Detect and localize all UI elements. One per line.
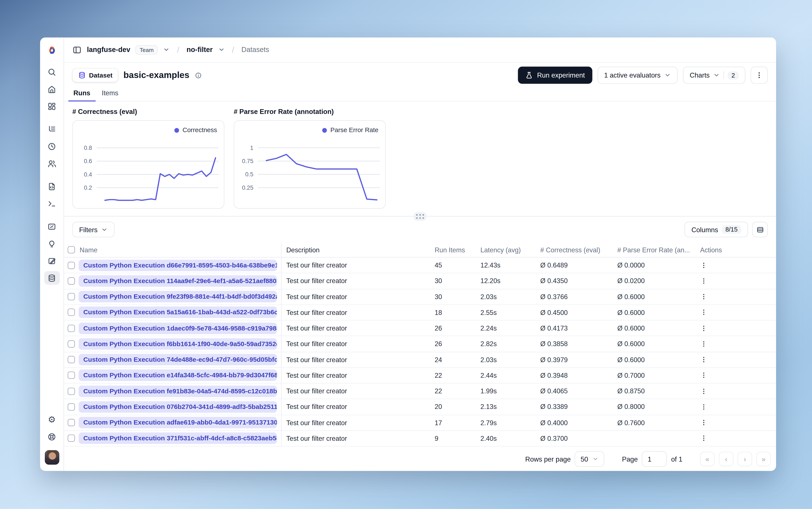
column-header-actions: Actions: [694, 246, 776, 253]
sidebar-item-evaluation[interactable]: [44, 219, 60, 233]
run-name-link[interactable]: Custom Python Execution 5a15a616-1bab-44…: [79, 307, 277, 318]
row-actions-button[interactable]: [700, 325, 707, 332]
run-name-link[interactable]: Custom Python Execution 1daec0f9-5e78-43…: [79, 323, 277, 334]
row-actions-button[interactable]: [700, 262, 707, 269]
row-checkbox[interactable]: [68, 419, 75, 426]
row-checkbox[interactable]: [68, 309, 75, 316]
row-checkbox[interactable]: [68, 325, 75, 332]
run-name-link[interactable]: Custom Python Execution 9fe23f98-881e-44…: [79, 291, 277, 302]
sidebar-item-search[interactable]: [44, 65, 60, 78]
previous-page-button[interactable]: ‹: [719, 451, 733, 466]
breadcrumb-section[interactable]: Datasets: [241, 46, 269, 54]
row-actions-button[interactable]: [700, 356, 707, 364]
sidebar-bottom: ⚙: [44, 413, 60, 471]
run-name-link[interactable]: Custom Python Execution f6bb1614-1f90-40…: [79, 338, 277, 349]
gear-icon: ⚙: [48, 415, 56, 424]
dashboards-icon: [47, 102, 56, 111]
kebab-menu-icon: [700, 387, 707, 395]
run-description: Test our filter creator: [282, 419, 435, 427]
columns-label: Columns: [691, 226, 718, 234]
run-name-link[interactable]: Custom Python Execution d66e7991-8595-45…: [79, 260, 277, 271]
sidebar-item-dashboards[interactable]: [44, 99, 60, 113]
row-checkbox[interactable]: [68, 372, 75, 379]
run-name-link[interactable]: Custom Python Execution adfae619-abb0-4d…: [79, 417, 277, 429]
sidebar-item-settings[interactable]: ⚙: [44, 413, 60, 426]
table-rows-icon: [756, 226, 764, 234]
columns-button[interactable]: Columns 8/15: [685, 222, 748, 237]
desktop-background: ⚙ langfuse-dev Team / no-filter / Da: [0, 0, 812, 509]
run-description: Test our filter creator: [282, 371, 435, 379]
run-name-link[interactable]: Custom Python Execution 74de488e-ec9d-47…: [79, 354, 277, 365]
user-avatar[interactable]: [44, 450, 59, 465]
row-checkbox[interactable]: [68, 403, 75, 411]
active-evaluators-button[interactable]: 1 active evaluators: [597, 67, 678, 84]
row-checkbox[interactable]: [68, 435, 75, 442]
row-checkbox[interactable]: [68, 277, 75, 284]
run-name-link[interactable]: Custom Python Execution e14fa348-5cfc-49…: [79, 370, 277, 381]
main-content: langfuse-dev Team / no-filter / Datasets…: [64, 37, 776, 471]
row-actions-button[interactable]: [700, 435, 707, 442]
first-page-button[interactable]: «: [700, 451, 714, 466]
run-name-link[interactable]: Custom Python Execution 076b2704-341d-48…: [79, 401, 277, 413]
sidebar-item-insights[interactable]: [44, 237, 60, 250]
row-actions-button[interactable]: [700, 293, 707, 300]
run-name-link[interactable]: Custom Python Execution 371f531c-abff-4d…: [79, 433, 277, 444]
sidebar-toggle-button[interactable]: [72, 45, 82, 54]
page-number-input[interactable]: [642, 451, 667, 467]
row-actions-button[interactable]: [700, 372, 707, 379]
run-items-count: 26: [435, 324, 480, 332]
row-actions-button[interactable]: [700, 419, 707, 426]
run-parse-error-rate: Ø 0.6000: [617, 355, 694, 364]
chevron-down-icon: [713, 72, 720, 79]
column-header-parse-error: # Parse Error Rate (an...: [617, 246, 694, 253]
langfuse-logo[interactable]: [45, 44, 59, 57]
row-checkbox[interactable]: [68, 340, 75, 348]
row-actions-button[interactable]: [700, 277, 707, 284]
sidebar-item-annotation-queues[interactable]: [44, 254, 60, 267]
sidebar-item-users[interactable]: [44, 157, 60, 170]
chevron-down-icon[interactable]: [163, 46, 170, 53]
info-icon[interactable]: [195, 71, 202, 79]
row-actions-button[interactable]: [700, 387, 707, 395]
database-icon: [47, 274, 56, 282]
sidebar-item-playground[interactable]: [44, 197, 60, 210]
next-page-button[interactable]: ›: [738, 451, 752, 466]
sidebar-item-datasets[interactable]: [44, 271, 60, 284]
run-correctness: Ø 0.4065: [540, 387, 617, 395]
sidebar-item-sessions[interactable]: [44, 139, 60, 153]
row-actions-button[interactable]: [700, 403, 707, 411]
charts-toggle-button[interactable]: Charts 2: [683, 67, 745, 84]
run-name-link[interactable]: Custom Python Execution fe91b83e-04a5-47…: [79, 385, 277, 397]
sidebar-item-prompts[interactable]: [44, 179, 60, 193]
sidebar-item-tracing[interactable]: [44, 123, 60, 136]
row-actions-button[interactable]: [700, 340, 707, 348]
table-row: Custom Python Execution fe91b83e-04a5-47…: [64, 383, 776, 399]
line-chart: 0.250.50.751: [234, 121, 385, 208]
tab-items[interactable]: Items: [101, 87, 120, 101]
row-actions-button[interactable]: [700, 309, 707, 316]
run-correctness: Ø 0.3766: [540, 293, 617, 301]
row-checkbox[interactable]: [68, 387, 75, 395]
chart-parse-error-rate: # Parse Error Rate (annotation) 0.250.50…: [234, 108, 386, 209]
row-height-button[interactable]: [752, 222, 768, 237]
run-experiment-button[interactable]: Run experiment: [518, 67, 592, 84]
more-actions-button[interactable]: [750, 67, 768, 84]
rows-per-page-select[interactable]: 50: [575, 451, 604, 467]
breadcrumb-project[interactable]: langfuse-dev: [87, 46, 130, 54]
last-page-button[interactable]: »: [756, 451, 771, 466]
row-checkbox[interactable]: [68, 262, 75, 269]
sidebar-item-home[interactable]: [44, 82, 60, 96]
tab-runs[interactable]: Runs: [72, 87, 92, 101]
chevron-down-icon[interactable]: [218, 46, 225, 53]
row-checkbox[interactable]: [68, 293, 75, 300]
row-checkbox[interactable]: [68, 356, 75, 364]
svg-text:0.75: 0.75: [242, 158, 253, 164]
filters-button[interactable]: Filters: [72, 222, 115, 237]
clipboard-pen-icon: [47, 256, 56, 265]
svg-text:0.8: 0.8: [84, 145, 92, 151]
run-name-link[interactable]: Custom Python Execution 114aa9ef-29e6-4e…: [79, 275, 277, 287]
sidebar-item-support[interactable]: [44, 430, 60, 443]
drag-handle[interactable]: [414, 212, 426, 220]
select-all-checkbox[interactable]: [68, 246, 75, 253]
breadcrumb-environment[interactable]: no-filter: [187, 46, 213, 54]
